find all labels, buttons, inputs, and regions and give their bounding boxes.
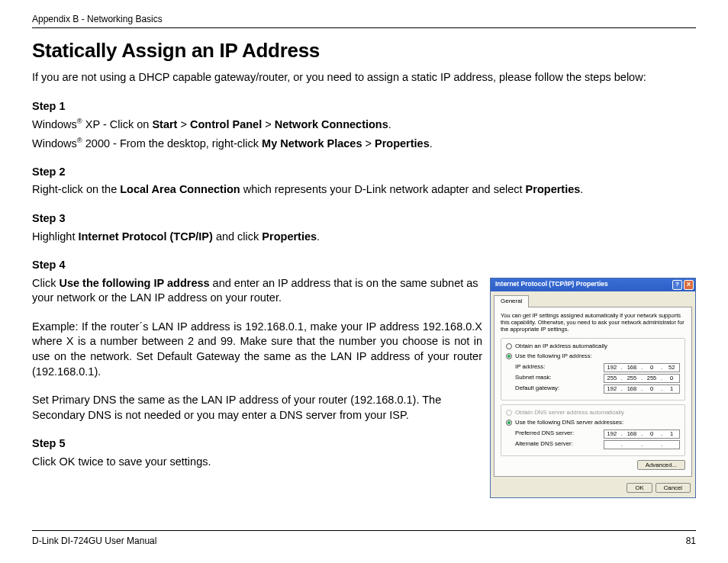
footer-page-number: 81 [686, 536, 696, 546]
step-1-line-a: Windows® XP - Click on Start > Control P… [32, 117, 696, 132]
page-title: Statically Assign an IP Address [32, 39, 696, 63]
ok-button[interactable]: OK [627, 483, 652, 493]
dialog-titlebar: Internet Protocol (TCP/IP) Properties ? … [491, 278, 695, 291]
radio-obtain-dns: Obtain DNS server address automatically [506, 409, 680, 417]
step-2-label: Step 2 [32, 166, 66, 178]
step-3-label: Step 3 [32, 212, 66, 224]
alternate-dns-input[interactable]: 0.0.0.0 [604, 440, 680, 449]
advanced-button[interactable]: Advanced... [637, 460, 685, 470]
field-ip-address: IP address: 192.168.0.52 [515, 363, 680, 372]
step-3-text: Highlight Internet Protocol (TCP/IP) and… [32, 230, 696, 245]
cancel-button[interactable]: Cancel [656, 483, 691, 493]
close-icon[interactable]: X [684, 280, 694, 290]
dialog-title: Internet Protocol (TCP/IP) Properties [495, 280, 608, 288]
tcpip-dialog: Internet Protocol (TCP/IP) Properties ? … [490, 278, 696, 498]
page-header: Appendix B - Networking Basics [32, 14, 696, 28]
step-2-text: Right-click on the Local Area Connection… [32, 182, 696, 198]
field-preferred-dns: Preferred DNS server: 192.168.0.1 [515, 429, 680, 439]
preferred-dns-input[interactable]: 192.168.0.1 [604, 429, 680, 439]
subnet-mask-input[interactable]: 255.255.255.0 [604, 374, 680, 383]
field-subnet-mask: Subnet mask: 255.255.255.0 [515, 374, 680, 383]
page-footer: D-Link DI-724GU User Manual 81 [32, 530, 696, 546]
dns-group: Obtain DNS server address automatically … [501, 404, 685, 456]
step-4-label: Step 4 [32, 259, 66, 271]
ip-group: Obtain an IP address automatically Use t… [501, 338, 685, 401]
field-alternate-dns: Alternate DNS server: 0.0.0.0 [515, 440, 680, 449]
tcpip-dialog-figure: Internet Protocol (TCP/IP) Properties ? … [490, 278, 696, 498]
default-gateway-input[interactable]: 192.168.0.1 [604, 384, 680, 394]
radio-use-dns[interactable]: Use the following DNS server addresses: [506, 419, 680, 427]
intro-text: If you are not using a DHCP capable gate… [32, 70, 696, 85]
dialog-description: You can get IP settings assigned automat… [501, 312, 685, 333]
radio-use-ip[interactable]: Use the following IP address: [506, 352, 680, 361]
field-default-gateway: Default gateway: 192.168.0.1 [515, 384, 680, 394]
radio-obtain-ip[interactable]: Obtain an IP address automatically [506, 343, 680, 351]
tab-general[interactable]: General [494, 295, 529, 307]
step-5-label: Step 5 [32, 437, 66, 449]
help-icon[interactable]: ? [672, 280, 682, 290]
body-content: If you are not using a DHCP capable gate… [32, 70, 696, 498]
footer-left: D-Link DI-724GU User Manual [32, 536, 156, 546]
step-1-line-b: Windows® 2000 - From the desktop, right-… [32, 136, 696, 151]
ip-address-input[interactable]: 192.168.0.52 [604, 363, 680, 372]
step-1-label: Step 1 [32, 100, 66, 112]
